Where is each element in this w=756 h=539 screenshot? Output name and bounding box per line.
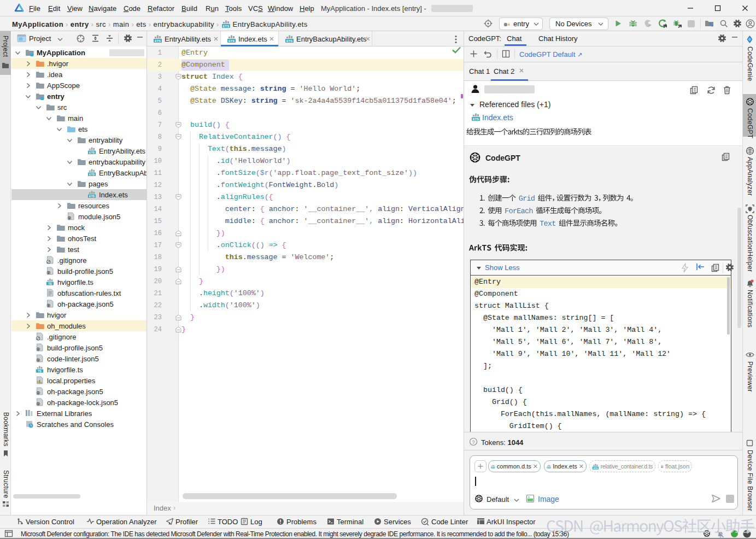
svg-text:{}: {} xyxy=(47,304,50,308)
svg-text:ETS: ETS xyxy=(155,39,161,43)
svg-text:{}: {} xyxy=(37,392,40,395)
svg-text:?: ? xyxy=(472,440,474,445)
svg-text:TS: TS xyxy=(48,283,52,285)
svg-text:ETS: ETS xyxy=(228,39,235,43)
svg-text:ETS: ETS xyxy=(89,195,95,198)
svg-text:{}: {} xyxy=(661,466,663,468)
svg-text:ETS: ETS xyxy=(89,173,95,176)
svg-text:{}: {} xyxy=(37,403,40,406)
svg-text:{}: {} xyxy=(37,359,40,362)
svg-text:ETS: ETS xyxy=(222,25,229,28)
svg-text:{}: {} xyxy=(47,272,50,275)
svg-text:ETS: ETS xyxy=(547,466,550,468)
svg-text:ETS: ETS xyxy=(594,466,598,469)
svg-text:ETS: ETS xyxy=(89,151,95,154)
svg-text:ETS: ETS xyxy=(286,39,292,43)
svg-text:{}: {} xyxy=(68,217,71,220)
svg-text:TS: TS xyxy=(38,370,42,373)
svg-text:{}: {} xyxy=(37,348,40,351)
svg-text:ETS: ETS xyxy=(473,118,479,121)
svg-text:ETS: ETS xyxy=(491,466,494,468)
